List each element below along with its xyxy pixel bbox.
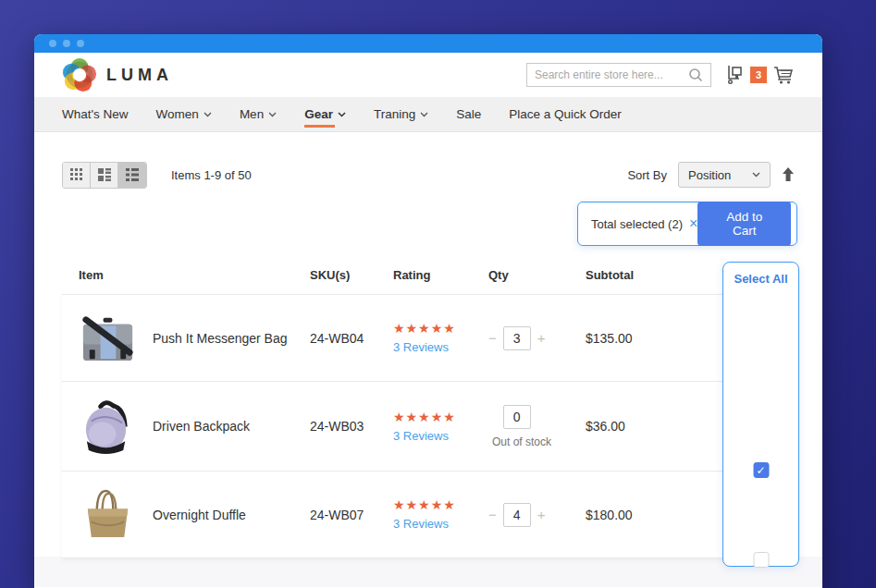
chevron-down-icon (204, 112, 212, 117)
site-header: LUMA 3 (34, 53, 822, 97)
chevron-down-icon (338, 112, 346, 117)
content-footer-area (34, 557, 822, 587)
nav-item-quick-order[interactable]: Place a Quick Order (509, 97, 622, 131)
window-control-dot[interactable] (77, 40, 84, 47)
page-content: Items 1-9 of 50 Sort By Position Total s… (34, 132, 822, 587)
list-view-icon (126, 168, 139, 181)
chevron-down-icon (752, 172, 760, 178)
row-checkbox[interactable] (753, 462, 769, 478)
select-all-link[interactable]: Select All (734, 272, 787, 286)
sort-select[interactable]: Position (678, 162, 771, 188)
add-to-cart-button[interactable]: Add to Cart (697, 202, 791, 246)
row-checkbox[interactable] (753, 552, 769, 568)
table-row: Driven Backpack 24-WB03 ★★★★★ 3 Reviews … (62, 382, 793, 472)
qty-input[interactable] (503, 326, 531, 350)
stock-status-label: Out of stock (488, 435, 555, 448)
main-nav: What's New Women Men Gear Traning Sale P… (34, 97, 822, 132)
qty-input[interactable] (503, 405, 531, 429)
qty-increment-button[interactable]: + (537, 330, 546, 346)
nav-label: Traning (374, 107, 415, 121)
desktop-background: { "header": { "logo_text": "LUMA", "sear… (0, 0, 876, 588)
product-sku: 24-WB04 (310, 331, 393, 346)
nav-label: Women (156, 107, 199, 121)
luma-logo[interactable]: LUMA (62, 57, 173, 92)
table-header-row: Item SKU(s) Rating Qty Subtotal (62, 268, 765, 282)
column-header-item: Item (79, 268, 310, 282)
product-name[interactable]: Overnight Duffle (153, 508, 310, 522)
search-box (526, 63, 711, 87)
chevron-down-icon (268, 112, 277, 117)
nav-item-traning[interactable]: Traning (374, 97, 428, 131)
product-name[interactable]: Push It Messenger Bag (153, 331, 310, 346)
search-input[interactable] (535, 68, 688, 81)
sort-direction-asc-icon[interactable] (782, 167, 795, 182)
window-control-dot[interactable] (63, 40, 70, 47)
reviews-link[interactable]: 3 Reviews (393, 340, 449, 354)
nav-item-gear[interactable]: Gear (304, 97, 346, 131)
luma-logo-icon (62, 57, 97, 92)
sort-select-value: Position (688, 168, 731, 182)
qty-decrement-button[interactable]: − (488, 507, 497, 522)
cart-icon[interactable] (772, 65, 795, 85)
product-name[interactable]: Driven Backpack (153, 419, 310, 434)
view-mode-list-button[interactable] (118, 163, 146, 188)
listing-toolbar: Items 1-9 of 50 Sort By Position (62, 162, 795, 188)
table-row: Push It Messenger Bag 24-WB04 ★★★★★ 3 Re… (62, 295, 793, 382)
view-mode-grid-button[interactable] (63, 163, 91, 188)
product-image-backpack[interactable] (79, 398, 137, 456)
grid-view-icon (70, 168, 83, 181)
nav-label: Sale (456, 107, 481, 121)
rating-stars: ★★★★★ (393, 498, 488, 511)
column-header-qty: Qty (488, 268, 586, 282)
logo-text: LUMA (106, 66, 173, 85)
qty-input[interactable] (503, 503, 531, 527)
cart-count-badge: 3 (750, 67, 767, 83)
nav-label: Men (240, 107, 264, 121)
clear-selection-icon[interactable]: × (689, 216, 697, 231)
product-table: Push It Messenger Bag 24-WB04 ★★★★★ 3 Re… (62, 294, 793, 558)
browser-window: LUMA 3 (34, 34, 822, 588)
selection-bar: Total selected (2) × Add to Cart (577, 202, 797, 246)
select-column-panel: Select All (722, 262, 799, 567)
chevron-down-icon (420, 112, 428, 117)
table-row: Overnight Duffle 24-WB07 ★★★★★ 3 Reviews… (62, 472, 793, 558)
nav-item-women[interactable]: Women (156, 97, 212, 131)
product-sku: 24-WB03 (310, 419, 393, 434)
window-control-dot[interactable] (49, 40, 56, 47)
nav-label: What's New (62, 107, 129, 121)
window-titlebar (34, 34, 822, 53)
column-header-rating: Rating (393, 268, 488, 282)
items-count: Items 1-9 of 50 (171, 168, 252, 182)
qty-increment-button[interactable]: + (537, 507, 546, 522)
nav-label: Gear (304, 107, 333, 121)
nav-item-whats-new[interactable]: What's New (62, 97, 129, 131)
nav-label: Place a Quick Order (509, 107, 622, 121)
search-icon[interactable] (688, 67, 703, 82)
rating-stars: ★★★★★ (393, 410, 488, 423)
qty-decrement-button[interactable]: − (488, 330, 497, 346)
nav-item-men[interactable]: Men (240, 97, 277, 131)
nav-item-sale[interactable]: Sale (456, 97, 481, 131)
rating-stars: ★★★★★ (393, 322, 488, 335)
reviews-link[interactable]: 3 Reviews (393, 429, 449, 443)
mixed-view-icon (98, 168, 111, 181)
sort-by-label: Sort By (627, 168, 667, 182)
product-image-messenger-bag[interactable] (79, 309, 137, 367)
view-mode-mixed-button[interactable] (91, 163, 118, 188)
column-header-sku: SKU(s) (310, 268, 393, 282)
product-sku: 24-WB07 (310, 508, 393, 522)
reviews-link[interactable]: 3 Reviews (393, 517, 449, 531)
product-image-duffle[interactable] (79, 485, 137, 544)
quick-order-handtruck-icon[interactable] (724, 65, 745, 85)
view-mode-group (62, 162, 147, 189)
total-selected-label: Total selected (2) (591, 217, 683, 231)
